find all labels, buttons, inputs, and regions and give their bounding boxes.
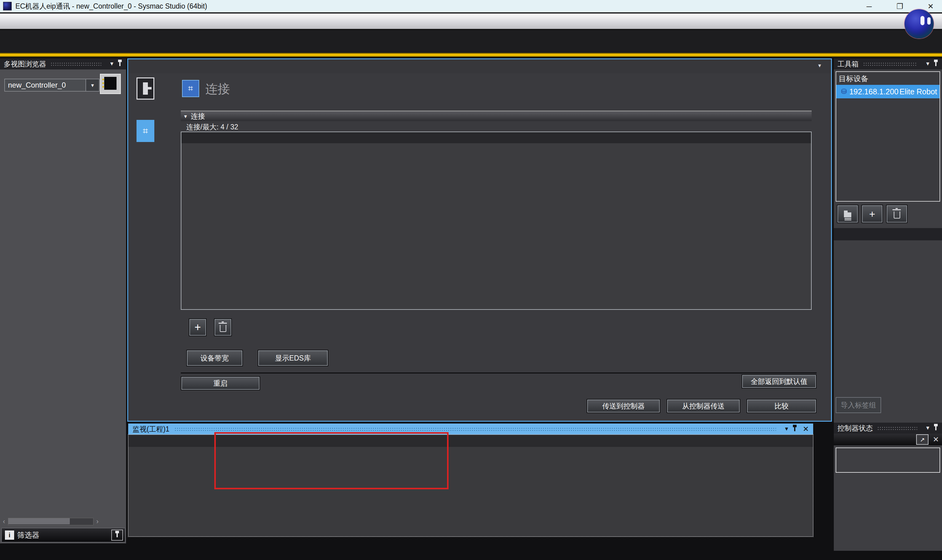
maximize-button[interactable]: ❐ xyxy=(895,2,905,11)
connection-table xyxy=(181,132,812,310)
watch-panel-title: 监视(工程)1 xyxy=(132,425,169,434)
controller-select[interactable]: new_Controller_0 ▼ xyxy=(4,79,100,92)
app-icon xyxy=(3,2,12,11)
scroll-right-icon[interactable]: › xyxy=(94,518,102,526)
document-tab-bar xyxy=(128,59,831,74)
connection-table-header xyxy=(182,132,811,143)
annotation-red-rectangle xyxy=(214,432,449,489)
device-tags-icon: ⛁ xyxy=(841,88,847,95)
close-icon[interactable]: ✕ xyxy=(933,435,939,444)
chevron-down-icon[interactable]: ▼ xyxy=(925,425,930,431)
restart-button[interactable]: 重启 xyxy=(181,376,260,390)
filter-bar[interactable]: i 筛选器 xyxy=(1,528,125,543)
pin-icon[interactable] xyxy=(119,62,120,66)
connection-page-icon: ⌗ xyxy=(182,80,199,97)
import-tag-group-button[interactable]: 导入标签组 xyxy=(836,397,881,413)
panel-title: 工具箱 xyxy=(837,59,859,69)
target-device-label: 目标设备 xyxy=(836,72,939,85)
add-connection-button[interactable]: + xyxy=(189,318,206,336)
close-icon[interactable]: ✕ xyxy=(803,425,809,433)
online-status-bar xyxy=(0,53,942,57)
folder-import-icon xyxy=(844,212,851,217)
device-name: Elite Robot xyxy=(900,87,937,96)
panel-title: 多视图浏览器 xyxy=(4,59,46,69)
section-title: 连接 xyxy=(191,112,205,121)
title-bar: EC机器人eip通讯 - new_Controller_0 - Sysmac S… xyxy=(0,0,942,13)
pin-icon[interactable] xyxy=(935,426,936,430)
close-button[interactable]: ✕ xyxy=(925,2,936,11)
compare-button[interactable]: 比较 xyxy=(747,399,817,413)
import-tag-sets-button[interactable] xyxy=(837,205,858,223)
drag-texture xyxy=(877,426,917,430)
drag-texture xyxy=(174,427,776,431)
sysmac-studio-window: EC机器人eip通讯 - new_Controller_0 - Sysmac S… xyxy=(0,0,942,560)
show-eds-library-button[interactable]: 显示EDS库 xyxy=(258,350,328,366)
controller-status-box xyxy=(836,448,940,473)
controller-status-header: 控制器状态 ▼ xyxy=(834,423,942,434)
connection-page-title: 连接 xyxy=(205,80,230,97)
controller-status-toolbar: ↗ ✕ xyxy=(834,434,942,445)
minimize-button[interactable]: ─ xyxy=(864,2,874,11)
divider xyxy=(181,372,817,374)
collapse-arrow-icon[interactable]: ▼ xyxy=(183,114,188,119)
trash-icon xyxy=(220,325,226,332)
drag-texture xyxy=(51,62,101,66)
connections-rail-icon[interactable]: ⌗ xyxy=(137,120,154,142)
transfer-from-controller-button[interactable]: 从控制器传送 xyxy=(666,399,740,413)
multiview-explorer-panel: 多视图浏览器 ▼ new_Controller_0 ▼ ‹ › i 筛选器 xyxy=(0,58,126,543)
delete-connection-button[interactable] xyxy=(214,318,232,336)
drag-texture xyxy=(863,62,917,66)
sysmac-sphere-logo xyxy=(905,9,934,38)
chevron-down-icon[interactable]: ▼ xyxy=(925,61,930,67)
filter-label: 筛选器 xyxy=(17,530,111,540)
scroll-left-icon[interactable]: ‹ xyxy=(0,518,8,526)
transfer-to-controller-button[interactable]: 传送到控制器 xyxy=(586,399,660,413)
controller-select-value: new_Controller_0 xyxy=(5,81,85,89)
expand-icon[interactable]: ↗ xyxy=(916,434,928,445)
chevron-down-icon[interactable]: ▼ xyxy=(784,426,789,432)
restore-defaults-button[interactable]: 全部返回到默认值 xyxy=(742,374,817,389)
connection-section-header[interactable]: ▼ 连接 xyxy=(181,111,812,121)
toolbar xyxy=(0,30,942,53)
target-device-box: 目标设备 ⛁ 192.168.1.200 Elite Robot xyxy=(836,71,940,202)
multiview-explorer-header: 多视图浏览器 ▼ xyxy=(0,58,126,69)
delete-tag-button[interactable] xyxy=(886,205,908,223)
chevron-down-icon[interactable]: ▼ xyxy=(85,79,99,91)
connection-count-label: 连接/最大: 4 / 32 xyxy=(186,122,238,132)
window-title: EC机器人eip通讯 - new_Controller_0 - Sysmac S… xyxy=(15,2,207,11)
target-device-item[interactable]: ⛁ 192.168.1.200 Elite Robot xyxy=(836,85,939,98)
toolbox-header: 工具箱 ▼ xyxy=(834,58,942,69)
device-bandwidth-button[interactable]: 设备带宽 xyxy=(186,350,243,366)
variable-table-header xyxy=(834,228,942,240)
pin-icon[interactable] xyxy=(111,529,123,541)
device-ip: 192.168.1.200 xyxy=(849,87,898,96)
pin-icon[interactable] xyxy=(935,62,936,66)
add-tag-button[interactable]: + xyxy=(862,205,883,223)
sidebar-hscrollbar[interactable]: ‹ › xyxy=(0,517,102,526)
trash-icon xyxy=(894,211,900,218)
controller-thumbnail xyxy=(100,74,121,94)
panel-title: 控制器状态 xyxy=(837,423,873,433)
menu-bar xyxy=(0,14,942,29)
chevron-down-icon[interactable]: ▼ xyxy=(109,61,114,67)
info-icon: i xyxy=(5,531,14,540)
pin-icon[interactable] xyxy=(794,427,795,431)
eip-port-settings-rail-icon[interactable] xyxy=(137,77,154,100)
